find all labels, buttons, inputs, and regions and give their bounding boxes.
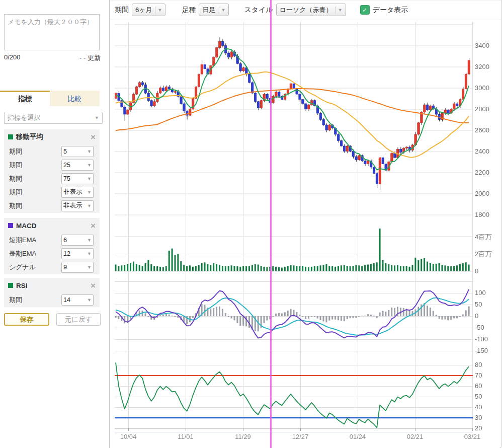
ma-period-row: 期間 非表示 ▼ [4, 199, 100, 212]
chevron-down-icon: ▼ [221, 8, 225, 13]
panel-macd: MACD × 短期EMA 6 ▼ 長期EMA 12 ▼ シグナル 9 ▼ [4, 218, 100, 274]
stock-chart-app: 0/200 - - 更新 指標 比較 指標を選択 ▼ 移動平均 × 期間 5 ▼ [0, 0, 502, 448]
rsi-period-row: 期間 14 ▼ [4, 293, 100, 307]
chevron-down-icon: ▼ [87, 297, 92, 303]
chevron-down-icon: ▼ [87, 265, 92, 270]
chevron-down-icon: ▼ [87, 176, 92, 181]
panel-moving-average-title: 移動平均 × [4, 129, 100, 144]
close-icon[interactable]: × [91, 133, 96, 141]
bar-type-dropdown[interactable]: 日足 ▼ [199, 4, 229, 16]
period-dropdown[interactable]: 6ヶ月 ▼ [132, 4, 165, 16]
data-display-label: データ表示 [373, 6, 408, 15]
legend-square-icon [8, 223, 13, 228]
ma-period-3-select[interactable]: 75 ▼ [61, 173, 94, 184]
chevron-down-icon: ▼ [87, 251, 92, 256]
macd-slow-select[interactable]: 12 ▼ [61, 248, 94, 259]
legend-square-icon [8, 134, 13, 139]
sidebar: 0/200 - - 更新 指標 比較 指標を選択 ▼ 移動平均 × 期間 5 ▼ [0, 0, 110, 448]
ma-period-row: 期間 75 ▼ [4, 172, 100, 185]
ma-period-row: 期間 非表示 ▼ [4, 185, 100, 199]
chart-toolbar: 期間 6ヶ月 ▼ 足種 日足 ▼ スタイル ローソク（赤青） ▼ ✓ データ表示 [110, 0, 502, 20]
ma-period-5-select[interactable]: 非表示 ▼ [61, 200, 94, 211]
rsi-period-select[interactable]: 14 ▼ [61, 294, 94, 306]
chevron-down-icon: ▼ [95, 115, 99, 120]
panel-title-text: RSI [16, 282, 28, 289]
chart-canvas[interactable] [110, 0, 502, 448]
tab-compare[interactable]: 比較 [50, 91, 100, 106]
tab-indicators[interactable]: 指標 [0, 91, 50, 106]
close-icon[interactable]: × [91, 281, 96, 290]
ma-period-4-select[interactable]: 非表示 ▼ [61, 187, 94, 198]
data-display-checkbox[interactable]: ✓ [360, 5, 370, 15]
ma-period-2-select[interactable]: 25 ▼ [61, 160, 94, 171]
indicator-select[interactable]: 指標を選択 ▼ [4, 112, 103, 124]
panel-rsi-title: RSI × [4, 278, 100, 293]
chevron-down-icon: ▼ [87, 149, 92, 154]
close-icon[interactable]: × [91, 221, 96, 230]
panel-moving-average: 移動平均 × 期間 5 ▼ 期間 25 ▼ 期間 75 ▼ [4, 129, 100, 213]
memo-input[interactable] [4, 14, 100, 50]
chevron-down-icon: ▼ [158, 8, 162, 13]
legend-square-icon [8, 283, 13, 288]
memo-char-counter: 0/200 [4, 53, 21, 62]
macd-fast-select[interactable]: 6 ▼ [61, 235, 94, 246]
chevron-down-icon: ▼ [87, 190, 92, 195]
style-dropdown[interactable]: ローソク（赤青） ▼ [276, 4, 346, 16]
panel-title-text: MACD [16, 222, 37, 230]
macd-fast-row: 短期EMA 6 ▼ [4, 233, 100, 247]
sidebar-tabs: 指標 比較 [0, 91, 100, 106]
crosshair-line[interactable] [270, 0, 272, 448]
panel-title-text: 移動平均 [16, 132, 43, 141]
chevron-down-icon: ▼ [87, 238, 92, 243]
macd-signal-select[interactable]: 9 ▼ [61, 262, 94, 273]
style-label: スタイル [244, 6, 273, 15]
reset-button[interactable]: 元に戻す [56, 313, 101, 326]
memo-update-label[interactable]: - - 更新 [79, 53, 101, 62]
chevron-down-icon: ▼ [338, 8, 343, 13]
ma-period-1-select[interactable]: 5 ▼ [61, 146, 94, 157]
indicator-select-value: 指標を選択 [8, 113, 40, 122]
panel-rsi: RSI × 期間 14 ▼ [4, 278, 100, 307]
ma-period-row: 期間 5 ▼ [4, 144, 100, 158]
macd-signal-row: シグナル 9 ▼ [4, 260, 100, 274]
macd-slow-row: 長期EMA 12 ▼ [4, 247, 100, 260]
bar-type-label: 足種 [182, 6, 196, 15]
save-button[interactable]: 保存 [4, 313, 49, 326]
memo-meta-row: 0/200 - - 更新 [4, 53, 101, 62]
chevron-down-icon: ▼ [87, 163, 92, 168]
chevron-down-icon: ▼ [87, 203, 92, 208]
sidebar-buttons: 保存 元に戻す [4, 313, 101, 326]
period-label: 期間 [115, 6, 129, 15]
ma-period-row: 期間 25 ▼ [4, 158, 100, 172]
panel-macd-title: MACD × [4, 218, 100, 233]
